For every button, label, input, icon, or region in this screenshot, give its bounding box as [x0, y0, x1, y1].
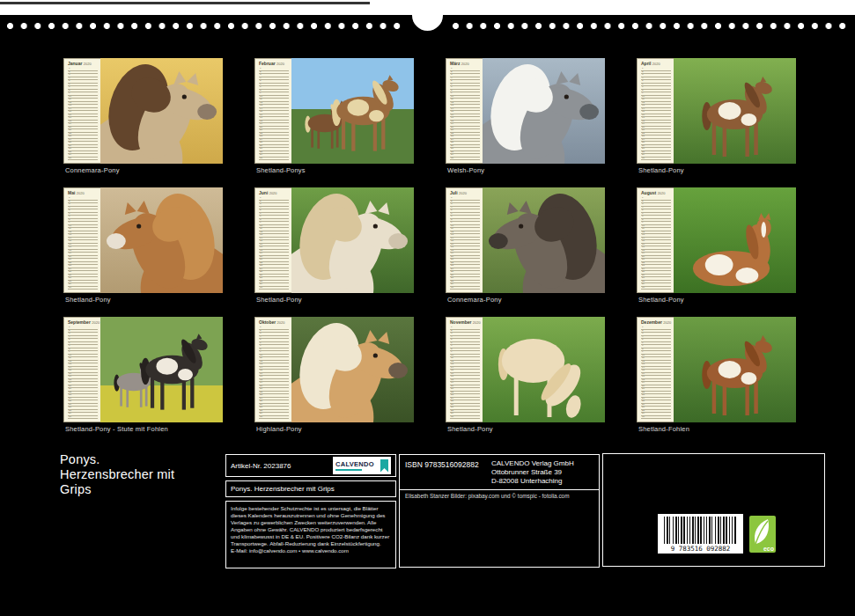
barcode: 9 783516 092882	[658, 514, 743, 554]
month-cell: Juli 2020 1.2.3.4.5.6.7.8.9.10.11.12.13.…	[446, 187, 605, 317]
publisher-column: ISBN 9783516092882 CALVENDO Verlag GmbH …	[399, 454, 600, 568]
month-panel: Oktober 2020 1.2.3.4.5.6.7.8.9.10.11.12.…	[254, 317, 414, 422]
month-notes-pad: März 2020 1.2.3.4.5.6.7.8.9.10.11.12.13.…	[446, 58, 483, 164]
pad-header: Februar 2020	[259, 61, 289, 67]
month-caption: Shetland-Ponys	[254, 166, 414, 174]
month-caption: Shetland-Pony	[637, 296, 796, 304]
pad-day-lines: 1.2.3.4.5.6.7.8.9.10.11.12.13.14.15.16.1…	[641, 68, 671, 160]
month-panel: Juni 2020 1.2.3.4.5.6.7.8.9.10.11.12.13.…	[254, 187, 414, 293]
pad-header: September 2020	[68, 319, 98, 326]
pad-day-lines: 1.2.3.4.5.6.7.8.9.10.11.12.13.14.15.16.1…	[259, 197, 289, 290]
legal-box: Infolge bestehender Schutzrechte ist es …	[225, 501, 396, 568]
spiral-binding-dots	[453, 23, 849, 29]
month-cell: Oktober 2020 1.2.3.4.5.6.7.8.9.10.11.12.…	[254, 317, 414, 446]
month-year: 2020	[277, 320, 285, 325]
month-notes-pad: Januar 2020 1.2.3.4.5.6.7.8.9.10.11.12.1…	[63, 58, 100, 164]
month-notes-pad: April 2020 1.2.3.4.5.6.7.8.9.10.11.12.13…	[637, 58, 674, 164]
calvendo-tagline-bar	[335, 469, 362, 471]
month-cell: Dezember 2020 1.2.3.4.5.6.7.8.9.10.11.12…	[637, 317, 796, 446]
month-panel: Mai 2020 1.2.3.4.5.6.7.8.9.10.11.12.13.1…	[63, 187, 223, 293]
hanger-hole	[412, 15, 443, 31]
isbn-row: ISBN 9783516092882 CALVENDO Verlag GmbH …	[400, 455, 599, 490]
month-photo	[483, 187, 605, 293]
pad-day-lines: 1.2.3.4.5.6.7.8.9.10.11.12.13.14.15.16.1…	[259, 326, 289, 419]
publisher-line: D-82008 Unterhaching	[491, 477, 574, 486]
artikel-box: Artikel-Nr. 2023876 CALVENDO	[225, 454, 396, 477]
pad-day-lines: 1.2.3.4.5.6.7.8.9.10.11.12.13.14.15.16.1…	[450, 197, 480, 290]
product-title-box: Ponys. Herzensbrecher mit Grips	[225, 480, 396, 497]
month-name: Mai	[68, 190, 75, 195]
month-name: September	[68, 319, 91, 325]
month-caption: Shetland-Fohlen	[637, 425, 796, 433]
month-photo	[674, 187, 796, 293]
month-photo	[291, 58, 414, 164]
calvendo-flag-icon	[380, 459, 388, 473]
pad-header: Juli 2020	[450, 190, 480, 196]
month-panel: Dezember 2020 1.2.3.4.5.6.7.8.9.10.11.12…	[637, 317, 796, 422]
month-notes-pad: November 2020 1.2.3.4.5.6.7.8.9.10.11.12…	[446, 317, 483, 422]
month-panel: Juli 2020 1.2.3.4.5.6.7.8.9.10.11.12.13.…	[446, 187, 605, 293]
month-cell: August 2020 1.2.3.4.5.6.7.8.9.10.11.12.1…	[637, 187, 796, 317]
month-name: Dezember	[641, 319, 662, 325]
page-title-line: Grips	[60, 482, 174, 497]
publisher-line: CALVENDO Verlag GmbH	[491, 459, 574, 468]
email-line: E-Mail: info@calvendo.com • www.calvendo…	[231, 547, 391, 554]
calvendo-logo: CALVENDO	[333, 457, 391, 474]
month-notes-pad: Juni 2020 1.2.3.4.5.6.7.8.9.10.11.12.13.…	[254, 187, 291, 293]
pad-header: Januar 2020	[68, 61, 98, 67]
month-photo	[483, 317, 605, 422]
month-notes-pad: September 2020 1.2.3.4.5.6.7.8.9.10.11.1…	[63, 317, 100, 422]
pad-header: August 2020	[641, 190, 671, 196]
publisher-line: Ottobrunner Straße 39	[491, 468, 574, 477]
month-cell: November 2020 1.2.3.4.5.6.7.8.9.10.11.12…	[446, 317, 605, 446]
month-photo	[674, 58, 796, 164]
sheet-top-edge	[0, 2, 370, 4]
isbn: ISBN 9783516092882	[405, 459, 491, 485]
month-name: November	[450, 319, 471, 325]
month-year: 2020	[459, 191, 467, 195]
eco-logo: eco	[749, 516, 776, 553]
photo-credits: Elisabeth Stanzer Bilder: pixabay.com un…	[400, 490, 599, 502]
month-caption: Shetland-Pony	[446, 425, 605, 433]
month-caption: Shetland-Pony	[254, 296, 414, 304]
pad-day-lines: 1.2.3.4.5.6.7.8.9.10.11.12.13.14.15.16.1…	[450, 326, 480, 419]
month-name: Februar	[259, 61, 276, 66]
month-photo	[291, 317, 414, 422]
month-year: 2020	[276, 62, 284, 66]
month-notes-pad: Dezember 2020 1.2.3.4.5.6.7.8.9.10.11.12…	[637, 317, 674, 422]
month-panel: März 2020 1.2.3.4.5.6.7.8.9.10.11.12.13.…	[446, 58, 605, 164]
month-caption: Highland-Pony	[254, 425, 414, 433]
month-photo	[674, 317, 796, 422]
month-notes-pad: Juli 2020 1.2.3.4.5.6.7.8.9.10.11.12.13.…	[446, 187, 483, 293]
month-photo	[100, 317, 223, 422]
month-year: 2020	[77, 191, 85, 195]
publisher-address: CALVENDO Verlag GmbH Ottobrunner Straße …	[491, 459, 574, 485]
artikel-number: Artikel-Nr. 2023876	[231, 462, 291, 470]
month-year: 2020	[658, 191, 666, 195]
month-year: 2020	[269, 191, 277, 195]
month-cell: Juni 2020 1.2.3.4.5.6.7.8.9.10.11.12.13.…	[254, 187, 414, 317]
month-photo	[291, 187, 414, 293]
month-year: 2020	[663, 320, 671, 325]
spiral-binding-dots	[7, 23, 403, 29]
month-name: März	[450, 61, 460, 66]
eco-label: eco	[763, 546, 774, 552]
month-notes-pad: Oktober 2020 1.2.3.4.5.6.7.8.9.10.11.12.…	[254, 317, 291, 422]
month-name: Oktober	[259, 319, 276, 325]
month-notes-pad: Mai 2020 1.2.3.4.5.6.7.8.9.10.11.12.13.1…	[63, 187, 100, 293]
pad-day-lines: 1.2.3.4.5.6.7.8.9.10.11.12.13.14.15.16.1…	[259, 68, 289, 160]
pad-header: Dezember 2020	[641, 319, 671, 326]
pad-header: März 2020	[450, 61, 480, 67]
page-title-line: Herzensbrecher mit	[60, 467, 174, 482]
month-caption: Connemara-Pony	[446, 296, 605, 304]
month-name: Januar	[68, 61, 82, 66]
month-cell: April 2020 1.2.3.4.5.6.7.8.9.10.11.12.13…	[637, 58, 796, 187]
barcode-number: 9 783516 092882	[658, 544, 743, 554]
month-name: April	[641, 61, 651, 66]
month-notes-pad: August 2020 1.2.3.4.5.6.7.8.9.10.11.12.1…	[637, 187, 674, 293]
month-caption: Connemara-Pony	[63, 166, 223, 174]
month-name: August	[641, 190, 656, 195]
month-name: Juni	[259, 190, 268, 195]
page-title: Ponys. Herzensbrecher mit Grips	[60, 452, 174, 497]
legal-text: Infolge bestehender Schutzrechte ist es …	[231, 505, 389, 546]
